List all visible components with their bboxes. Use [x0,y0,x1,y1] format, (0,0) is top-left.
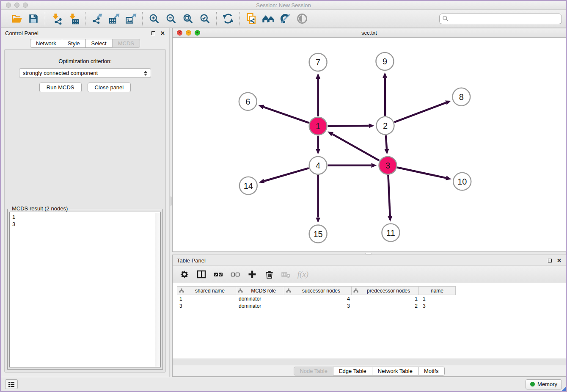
task-history-button[interactable] [5,379,18,389]
graph-edge-2-3[interactable] [386,135,387,149]
svg-text:7: 7 [316,58,320,67]
select-all-icon[interactable] [212,268,224,280]
table-cell[interactable]: 2 [352,302,420,309]
result-scrollbar[interactable] [155,213,160,367]
import-network-icon[interactable] [50,11,64,26]
trash-icon[interactable] [263,268,275,280]
add-icon[interactable] [246,268,258,280]
graph-node-1[interactable]: 1 [309,117,327,135]
network-canvas[interactable]: 7968124314101511 [173,38,566,251]
tab-edge-table[interactable]: Edge Table [333,367,372,375]
column-header[interactable]: MCDS role [236,286,284,295]
graph-edge-3-1[interactable] [333,134,380,160]
graph-edge-3-11[interactable] [388,175,390,216]
splitter-grip-h[interactable] [365,253,372,254]
apply-layout-icon[interactable] [221,11,235,26]
splitter-grip[interactable] [170,196,172,206]
column-header[interactable]: predecessor nodes [351,286,419,295]
titlebar: Session: New Session [1,1,566,9]
table-hscrollbar[interactable] [173,359,566,365]
graph-node-7[interactable]: 7 [309,53,327,71]
birds-eye-icon[interactable] [295,11,309,26]
column-type-icon [286,288,291,293]
tab-node-table[interactable]: Node Table [294,367,333,375]
tab-network-table[interactable]: Network Table [372,367,418,375]
tab-style[interactable]: Style [62,39,86,48]
run-mcds-button[interactable]: Run MCDS [39,83,82,92]
zoom-out-icon[interactable] [164,11,178,26]
tab-network[interactable]: Network [30,39,62,48]
select-spinner-icon [144,71,147,76]
graph-node-6[interactable]: 6 [239,93,257,110]
table-cell[interactable]: dominator [236,302,285,309]
delete-column-icon[interactable] [280,268,292,280]
tab-motifs[interactable]: Motifs [418,367,445,375]
zoom-selected-icon[interactable] [198,11,212,26]
tab-mcds[interactable]: MCDS [112,39,140,48]
gear-icon[interactable] [179,268,190,280]
svg-text:8: 8 [459,92,464,102]
save-session-icon[interactable] [26,11,41,26]
control-panel-title: Control Panel [5,30,39,36]
export-network-icon[interactable] [90,11,104,26]
import-table-icon[interactable] [66,11,81,26]
graph-edge-2-8[interactable] [394,103,446,122]
graph-node-10[interactable]: 10 [453,173,471,190]
table-cell[interactable]: 3 [420,302,457,309]
clone-network-icon[interactable] [244,11,259,26]
close-panel-icon[interactable]: ✕ [160,30,165,36]
function-icon[interactable]: f(x) [297,268,309,280]
export-table-icon[interactable] [107,11,121,26]
graph-edge-2-9[interactable] [385,78,385,116]
graphics-details-icon[interactable] [278,11,292,26]
memory-button[interactable]: Memory [526,379,562,389]
svg-text:2: 2 [383,121,388,130]
table-cell[interactable]: dominator [236,295,285,302]
table-cell[interactable]: 1 [352,295,420,302]
table-row[interactable]: 1dominator411 [177,295,566,302]
vertical-splitter[interactable] [169,28,172,377]
graph-node-4[interactable]: 4 [309,157,327,174]
criterion-select[interactable]: strongly connected component [19,68,151,78]
graph-edge-3-10[interactable] [397,168,446,178]
table-cell[interactable]: 3 [177,302,236,309]
graph-node-15[interactable]: 15 [309,225,327,243]
houses-icon[interactable] [261,11,275,26]
columns-icon[interactable] [195,268,207,280]
memory-status-icon [530,382,535,386]
graph-node-2[interactable]: 2 [376,117,394,135]
graph-node-11[interactable]: 11 [382,224,399,242]
graph-edge-1-6[interactable] [264,107,309,123]
search-input[interactable] [449,16,559,22]
column-header[interactable]: shared name [177,286,236,295]
unselect-all-icon[interactable] [229,268,241,280]
graph-edge-1-2[interactable] [328,126,369,126]
svg-text:10: 10 [457,177,467,186]
table-cell[interactable]: 4 [285,295,352,302]
float-panel-icon[interactable] [151,31,155,35]
graph-node-3[interactable]: 3 [379,157,396,174]
table-row[interactable]: 3dominator323 [177,302,566,309]
open-session-icon[interactable] [9,11,24,26]
graph-node-14[interactable]: 14 [239,177,257,195]
mcds-tab-content: Optimization criterion: strongly connect… [4,49,166,373]
float-table-panel-icon[interactable] [548,259,552,262]
column-header[interactable]: name [418,286,456,295]
close-panel-button[interactable]: Close panel [88,83,131,92]
resize-grip[interactable] [561,386,566,391]
column-header[interactable]: successor nodes [284,286,352,295]
table-cell[interactable]: 3 [285,302,352,309]
graph-node-9[interactable]: 9 [376,52,394,70]
close-table-panel-icon[interactable]: ✕ [557,258,561,263]
horizontal-splitter[interactable] [172,252,566,255]
zoom-in-icon[interactable] [147,11,161,26]
table-cell[interactable]: 1 [420,295,457,302]
zoom-fit-icon[interactable] [181,11,195,26]
graph-node-8[interactable]: 8 [452,88,470,106]
graph-edge-4-14[interactable] [264,168,308,181]
tab-select[interactable]: Select [85,39,113,48]
mcds-result-area[interactable]: 1 3 [9,212,161,367]
column-header-label: MCDS role [243,288,284,294]
table-cell[interactable]: 1 [177,295,236,302]
export-image-icon[interactable] [124,11,138,26]
